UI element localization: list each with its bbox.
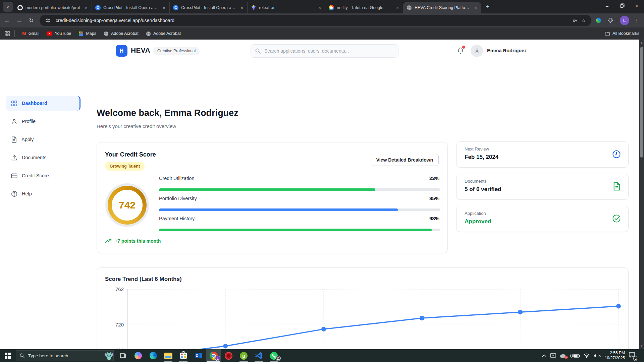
tab-title: releaf-ai	[259, 5, 314, 10]
idm-button[interactable]	[221, 349, 236, 362]
chrome-button[interactable]: L	[206, 349, 221, 362]
apps-grid-icon[interactable]	[5, 31, 10, 36]
browser-tab[interactable]: C CrossPilot - Install Opera addon ×	[92, 2, 170, 13]
copilot-button[interactable]	[130, 349, 146, 362]
whatsapp-button[interactable]: 11	[266, 349, 281, 362]
metric-bar-fill	[159, 208, 398, 211]
windows-taskbar: Type here to search	[0, 349, 644, 362]
address-bar[interactable]: credit-decisioning-app-omega.vercel.app/…	[40, 15, 591, 26]
outlook-icon: O	[195, 352, 202, 359]
utorrent-button[interactable]: µ	[236, 349, 251, 362]
edge-button[interactable]	[146, 349, 161, 362]
bookmark-acrobat-2[interactable]: Adobe Acrobat	[146, 31, 181, 36]
gmail-icon: M	[22, 31, 26, 36]
vscode-button[interactable]	[251, 349, 266, 362]
tab-close-icon[interactable]: ×	[84, 5, 89, 10]
windows-logo-icon	[5, 353, 11, 359]
tray-date: 10/27/2025	[605, 356, 625, 361]
metric-label: Credit Utilization	[159, 176, 195, 181]
site-info-icon[interactable]	[44, 16, 52, 25]
metric-bar	[159, 188, 440, 191]
search-input[interactable]	[264, 45, 395, 57]
sidebar-item-documents[interactable]: Documents	[6, 150, 80, 165]
global-search[interactable]	[251, 44, 398, 58]
browser-tab[interactable]: releaf-ai ×	[248, 2, 325, 13]
tab-close-icon[interactable]: ×	[317, 5, 322, 10]
browser-tab-active[interactable]: HEVA Credit Scoring Platform - ×	[403, 2, 481, 13]
globe-icon	[104, 31, 109, 36]
scroll-down-icon[interactable]: ▼	[639, 344, 644, 349]
menu-dots-icon[interactable]: ⋮	[632, 16, 641, 25]
bookmark-acrobat-1[interactable]: Adobe Acrobat	[104, 31, 139, 36]
action-center-button[interactable]: 2	[629, 352, 637, 360]
scroll-up-icon[interactable]: ▲	[639, 40, 644, 45]
file-text-icon	[11, 136, 17, 143]
onedrive-error-icon[interactable]: ×	[560, 354, 567, 358]
heva-logo: H	[116, 45, 127, 57]
user-avatar[interactable]	[471, 45, 483, 57]
browser-tab[interactable]: modern-portfolio-website/prot ×	[14, 2, 92, 13]
role-badge: Creative Professional	[153, 47, 200, 55]
reload-icon[interactable]: ↻	[26, 15, 36, 25]
metric-bar	[159, 208, 440, 211]
help-icon	[11, 191, 17, 197]
close-icon[interactable]: ×	[629, 0, 644, 12]
svg-text:762: 762	[115, 286, 124, 292]
new-tab-button[interactable]: +	[483, 2, 492, 11]
minimize-icon[interactable]: –	[600, 0, 614, 12]
page-scrollbar[interactable]: ▲ ▼	[639, 40, 644, 349]
documents-card: Documents 5 of 6 verified	[456, 174, 629, 200]
volume-muted-icon[interactable]: ✕	[593, 354, 601, 358]
sidebar-item-help[interactable]: Help	[6, 186, 80, 201]
taskbar-search[interactable]: Type here to search	[16, 350, 114, 361]
person-icon	[11, 118, 17, 125]
start-button[interactable]	[0, 349, 15, 362]
chart-title: Score Trend (Last 6 Months)	[105, 276, 182, 283]
bookmark-maps[interactable]: Maps	[78, 31, 96, 36]
tab-title: netlify - Tafuta na Google	[337, 5, 392, 10]
all-bookmarks-button[interactable]: All Bookmarks	[605, 31, 639, 36]
trending-up-icon	[105, 239, 112, 243]
view-breakdown-button[interactable]: View Detailed Breakdown	[371, 154, 439, 166]
tab-close-icon[interactable]: ×	[239, 5, 245, 10]
task-view-button[interactable]	[115, 349, 130, 362]
microsoft-store-button[interactable]	[176, 349, 191, 362]
tab-close-icon[interactable]: ×	[473, 5, 478, 10]
tab-search-button[interactable]: ∨	[3, 2, 13, 12]
back-icon[interactable]: ←	[2, 15, 12, 25]
browser-tab[interactable]: C CrossPilot - Install Opera addo ×	[170, 2, 248, 13]
battery-charging-icon[interactable]	[570, 354, 580, 358]
sidebar-item-credit-score[interactable]: Credit Score	[6, 168, 80, 183]
tray-clock[interactable]: 2:56 PM 10/27/2025	[605, 351, 625, 361]
download-manager-extension-icon[interactable]	[594, 16, 603, 25]
metric-bar-fill	[159, 188, 375, 191]
maps-icon	[78, 31, 84, 36]
task-view-icon	[120, 352, 126, 359]
passwords-key-icon[interactable]	[571, 16, 579, 25]
browser-tab[interactable]: netlify - Tafuta na Google ×	[325, 2, 403, 13]
sidebar-item-dashboard[interactable]: Dashboard	[6, 96, 80, 111]
screen-cast-icon[interactable]	[550, 353, 556, 358]
extensions-puzzle-icon[interactable]	[605, 16, 614, 25]
user-name: Emma Rodriguez	[487, 48, 527, 53]
bookmark-star-icon[interactable]: ☆	[579, 16, 588, 25]
bookmark-youtube[interactable]: YouTube	[47, 31, 71, 36]
tab-close-icon[interactable]: ×	[161, 5, 167, 10]
show-desktop-strip[interactable]	[642, 352, 642, 360]
wifi-icon[interactable]	[584, 353, 590, 358]
tray-chevron-icon[interactable]	[542, 354, 546, 357]
score-trend-card: Score Trend (Last 6 Months) 660690720762…	[97, 267, 629, 349]
tab-close-icon[interactable]: ×	[395, 5, 400, 10]
url-text: credit-decisioning-app-omega.vercel.app/…	[56, 18, 571, 23]
sidebar-item-apply[interactable]: Apply	[6, 132, 80, 147]
sidebar-item-profile[interactable]: Profile	[6, 114, 80, 129]
restore-icon[interactable]	[614, 0, 629, 12]
file-explorer-button[interactable]	[161, 349, 176, 362]
bookmark-gmail[interactable]: M Gmail	[22, 31, 39, 36]
scrollbar-thumb[interactable]	[640, 47, 643, 158]
folder-icon	[605, 31, 610, 36]
browser-profile-avatar[interactable]: L	[620, 16, 629, 25]
outlook-button[interactable]: O	[191, 349, 206, 362]
clock-icon	[612, 150, 621, 159]
forward-icon[interactable]: →	[14, 15, 24, 25]
